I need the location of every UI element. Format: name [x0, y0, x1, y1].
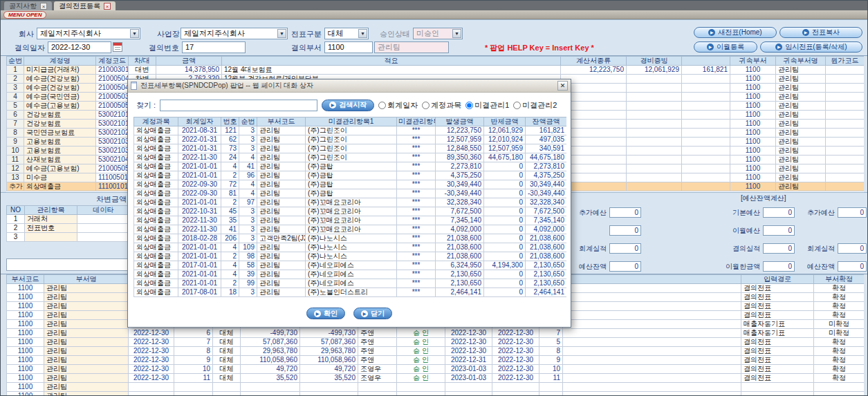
- column-header[interactable]: 데이타: [77, 206, 130, 215]
- column-header[interactable]: 적요: [222, 57, 561, 66]
- radio-open-item-2[interactable]: 미결관리2: [513, 100, 557, 111]
- column-header[interactable]: 발생금액: [436, 117, 484, 126]
- table-row[interactable]: 외상매출금2021-08-311213관리팀(주)그린조이***12,223,7…: [134, 126, 567, 135]
- date-input[interactable]: 2022-12-30: [48, 41, 111, 53]
- chevron-down-icon[interactable]: ▼: [277, 29, 286, 38]
- budget-value-field[interactable]: 0: [838, 207, 867, 218]
- column-header[interactable]: 금액: [156, 57, 222, 66]
- table-row[interactable]: 외상매출금2022-11-30353관리팀(주)꼬매요코리아***7,345,1…: [134, 216, 567, 225]
- column-header[interactable]: 계산서종류: [561, 57, 627, 66]
- table-row[interactable]: 1100관리팀2022-12-307대체57,087,36057,087,360…: [7, 338, 865, 347]
- close-tab-icon[interactable]: ×: [104, 3, 111, 10]
- table-row[interactable]: 1100관리팀: [7, 383, 865, 392]
- radio-input[interactable]: [422, 102, 430, 109]
- budget-value-field[interactable]: 0: [763, 225, 795, 236]
- company-select[interactable]: 제일저지주식회사 ▼: [37, 28, 140, 39]
- budget-value-field[interactable]: 0: [609, 225, 641, 236]
- budget-value-field[interactable]: 0: [609, 207, 641, 218]
- table-row[interactable]: 1100관리팀: [7, 392, 865, 396]
- table-row[interactable]: 외상매출금2022-11-30413관리팀(주)꼬매요코리아***4,092,0…: [134, 225, 567, 234]
- column-header[interactable]: NO: [7, 206, 25, 215]
- chevron-down-icon[interactable]: ▼: [130, 29, 139, 38]
- table-row[interactable]: 외상매출금2022-11-30244관리팀(주)그린조이***89,350,36…: [134, 153, 567, 162]
- table-row[interactable]: 3: [7, 233, 130, 242]
- table-row[interactable]: 외상매출금2022-10-31453관리팀(주)꼬매요코리아***7,672,5…: [134, 207, 567, 216]
- column-header[interactable]: 번호: [221, 117, 239, 126]
- table-row[interactable]: 외상매출금2021-01-01298관리팀(주)나노시스***21,038,60…: [134, 252, 567, 261]
- close-tab-icon[interactable]: ×: [40, 3, 47, 10]
- radio-account-date[interactable]: 회계일자: [378, 100, 418, 111]
- column-header[interactable]: 부서코드: [7, 275, 44, 284]
- table-row[interactable]: 1100관리팀2022-12-306대체-499,730-499,730주앤승 …: [7, 329, 865, 338]
- budget-value-field[interactable]: 0: [838, 261, 867, 272]
- radio-input[interactable]: [378, 102, 386, 109]
- business-select[interactable]: 제일저지주식회사 ▼: [181, 28, 288, 39]
- budget-value-field[interactable]: 0: [609, 261, 641, 272]
- chevron-down-icon[interactable]: ▼: [452, 29, 461, 38]
- column-header[interactable]: 계정명: [24, 57, 96, 66]
- table-row[interactable]: 외상매출금2021-01-01296관리팀(주)금탑***4,375,25004…: [134, 171, 567, 180]
- radio-open-item-1[interactable]: 미결관리1: [465, 100, 509, 111]
- column-header[interactable]: 귀속부서명: [776, 57, 826, 66]
- column-header[interactable]: 계정과목: [134, 117, 178, 126]
- menu-open-button[interactable]: MENU OPEN: [3, 11, 46, 19]
- column-header[interactable]: 귀속부서: [730, 57, 776, 66]
- dialog-close-icon[interactable]: ✕: [557, 81, 568, 91]
- table-row[interactable]: 1100관리팀2022-12-3011대체35,52035,520조영우승 인2…: [7, 374, 865, 383]
- slip-no-input[interactable]: 17: [182, 41, 246, 53]
- radio-account-name[interactable]: 계정과목: [422, 100, 461, 111]
- budget-value-field[interactable]: 0: [838, 243, 867, 254]
- column-header[interactable]: 차/대: [129, 57, 156, 66]
- column-header[interactable]: 계정코드: [96, 57, 129, 66]
- column-header[interactable]: [563, 275, 741, 284]
- column-header[interactable]: 부서코드: [257, 117, 306, 126]
- column-header[interactable]: 미결관리항목1: [306, 117, 397, 126]
- search-input[interactable]: [160, 100, 317, 111]
- budget-value-field[interactable]: 0: [763, 207, 795, 218]
- table-row[interactable]: 외상매출금2017-08-01183관리팀(주)노블인더스트리***2,464,…: [134, 288, 567, 297]
- slip-type-select[interactable]: 대체 ▼: [324, 28, 369, 39]
- budget-value-field[interactable]: 0: [763, 243, 795, 254]
- column-header[interactable]: 순번: [7, 57, 24, 66]
- radio-input[interactable]: [513, 102, 521, 109]
- tab-notice[interactable]: 공지사항 ×: [4, 1, 52, 10]
- column-header[interactable]: 순번: [239, 117, 257, 126]
- table-row[interactable]: 외상매출금2022-09-30814관리팀(주)금탑***-30,349,440…: [134, 189, 567, 198]
- tab-slip-entry[interactable]: 결의전표등록 ×: [54, 1, 116, 10]
- new-slip-button[interactable]: ▶ 새전표(Home): [694, 27, 777, 38]
- dialog-titlebar[interactable]: 전표세부항목(SPNDCDPop) 팝업 -- 웹 페이지 대화 상자 ✕: [128, 79, 571, 93]
- table-row[interactable]: 외상매출금2021-01-31733관리팀(주)그린조이***12,848,55…: [134, 144, 567, 153]
- approval-select[interactable]: 미승인 ▼: [413, 28, 463, 39]
- budget-value-field[interactable]: 0: [609, 243, 641, 254]
- chevron-down-icon[interactable]: ▼: [358, 29, 367, 38]
- column-header[interactable]: 부서명: [44, 275, 129, 284]
- column-header[interactable]: 입력경로: [741, 275, 814, 284]
- column-header[interactable]: 부서확정: [814, 275, 865, 284]
- column-header[interactable]: 회계일자: [178, 117, 221, 126]
- table-row[interactable]: 외상매출금2021-01-01441관리팀(주)금탑***2,273,81002…: [134, 162, 567, 171]
- table-row[interactable]: 외상매출금2021-01-01297관리팀(주)꼬매요코리아***32,328,…: [134, 198, 567, 207]
- column-header[interactable]: 원가코드: [826, 57, 865, 66]
- confirm-button[interactable]: ▶ 확인: [306, 308, 345, 319]
- column-header[interactable]: 관리항목: [25, 206, 77, 215]
- column-header[interactable]: 잔액금액: [526, 117, 567, 126]
- column-header[interactable]: 미결관리항목2: [397, 117, 436, 126]
- column-header[interactable]: 반제금액: [484, 117, 526, 126]
- carry-over-button[interactable]: ▶ 이월등록: [694, 41, 757, 53]
- copy-slip-button[interactable]: ▶ 전표복사: [779, 27, 862, 38]
- table-row[interactable]: 1100관리팀2022-12-309대체110,058,960110,058,9…: [7, 356, 865, 365]
- table-row[interactable]: 외상매출금2022-01-31623관리팀(주)그린조이***12,507,95…: [134, 135, 567, 144]
- table-row[interactable]: 외상매출금2017-01-01458관리팀(주)네오피에스***6,324,95…: [134, 261, 567, 270]
- dept-code-input[interactable]: 1100: [324, 41, 373, 53]
- table-row[interactable]: 외상매출금2021-01-01439관리팀(주)네오피에스***2,130,65…: [134, 270, 567, 279]
- table-row[interactable]: 1100관리팀2022-12-308대체29,963,78029,963,780…: [7, 347, 865, 356]
- table-row[interactable]: 외상매출금2022-09-30724관리팀(주)금탑***30,349,4400…: [134, 180, 567, 189]
- calendar-icon[interactable]: [113, 42, 122, 52]
- budget-value-field[interactable]: 0: [763, 261, 795, 272]
- column-header[interactable]: 경비증빙: [627, 57, 682, 66]
- temp-slip-button[interactable]: ▶ 임시전표(등록/삭제): [760, 41, 862, 53]
- close-button[interactable]: ▶ 닫기: [353, 308, 392, 319]
- search-button[interactable]: ▶ 검색시작: [322, 100, 374, 111]
- table-row[interactable]: 외상매출금2021-01-01299관리팀(주)네오피에스***2,130,65…: [134, 279, 567, 288]
- radio-input[interactable]: [465, 102, 473, 109]
